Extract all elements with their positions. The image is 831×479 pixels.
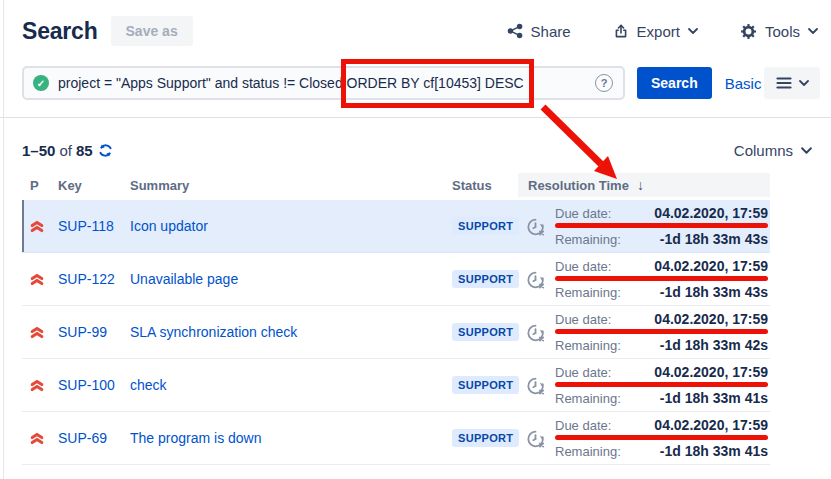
issue-table: P Key Summary Status Resolution Time ↓ S… bbox=[22, 173, 770, 465]
priority-cell bbox=[22, 273, 50, 286]
basic-mode-link[interactable]: Basic bbox=[725, 75, 762, 92]
tools-label: Tools bbox=[765, 23, 800, 40]
jql-orderby-clause: ORDER BY cf[10453] DESC bbox=[347, 75, 524, 91]
syntax-help-icon[interactable]: ? bbox=[595, 74, 613, 92]
table-row[interactable]: SUP-122 Unavailable page SUPPORT Due dat… bbox=[22, 253, 770, 306]
results-bar: 1–50 of 85 Columns bbox=[22, 139, 812, 161]
chevron-down-icon bbox=[801, 147, 812, 154]
search-button[interactable]: Search bbox=[637, 67, 712, 99]
section-divider bbox=[0, 117, 831, 118]
share-icon bbox=[507, 23, 523, 39]
columns-dropdown[interactable]: Columns bbox=[734, 142, 812, 159]
jql-query-text: project = "Apps Support" and status != C… bbox=[58, 75, 524, 91]
annotation-underline bbox=[555, 435, 768, 440]
chevron-down-icon bbox=[799, 80, 809, 86]
issue-summary-link[interactable]: The program is down bbox=[130, 430, 262, 446]
column-header-key[interactable]: Key bbox=[50, 173, 128, 197]
resolution-time-cell: Due date:04.02.2020, 17:59 Remaining:-1d… bbox=[518, 364, 770, 406]
issue-summary-link[interactable]: check bbox=[130, 377, 167, 393]
sla-clock-icon bbox=[524, 215, 547, 238]
view-options-button[interactable] bbox=[764, 67, 820, 99]
chevron-down-icon bbox=[808, 28, 818, 34]
remaining-value: -1d 18h 33m 41s bbox=[660, 390, 768, 406]
results-total: 85 bbox=[76, 142, 93, 159]
tools-button[interactable]: Tools bbox=[740, 23, 818, 40]
issue-summary-link[interactable]: SLA synchronization check bbox=[130, 324, 297, 340]
issue-key-link[interactable]: SUP-69 bbox=[58, 430, 107, 446]
share-button[interactable]: Share bbox=[507, 23, 571, 40]
priority-highest-icon bbox=[30, 273, 44, 286]
table-row[interactable]: SUP-69 The program is down SUPPORT Due d… bbox=[22, 412, 770, 465]
column-header-resolution-time[interactable]: Resolution Time ↓ bbox=[518, 173, 770, 197]
column-header-summary[interactable]: Summary bbox=[128, 173, 448, 197]
issue-summary-link[interactable]: Unavailable page bbox=[130, 271, 238, 287]
issue-summary-link[interactable]: Icon updator bbox=[130, 218, 208, 234]
remaining-label: Remaining: bbox=[555, 444, 621, 459]
jql-valid-icon: ✓ bbox=[33, 75, 49, 91]
priority-highest-icon bbox=[30, 326, 44, 339]
issue-key-link[interactable]: SUP-118 bbox=[58, 218, 114, 234]
sla-clock-icon bbox=[524, 427, 547, 450]
annotation-underline bbox=[555, 276, 768, 281]
export-label: Export bbox=[637, 23, 680, 40]
resolution-time-cell: Due date:04.02.2020, 17:59 Remaining:-1d… bbox=[518, 311, 770, 353]
hamburger-menu-icon bbox=[776, 77, 792, 89]
annotation-underline bbox=[555, 223, 768, 228]
issue-key-link[interactable]: SUP-100 bbox=[58, 377, 115, 393]
priority-cell bbox=[22, 379, 50, 392]
remaining-value: -1d 18h 33m 41s bbox=[660, 443, 768, 459]
due-date-label: Due date: bbox=[555, 418, 611, 433]
table-row[interactable]: SUP-100 check SUPPORT Due date:04.02.202… bbox=[22, 359, 770, 412]
sla-clock-icon bbox=[524, 374, 547, 397]
priority-highest-icon bbox=[30, 379, 44, 392]
jql-query-prefix: project = "Apps Support" and status != C… bbox=[58, 75, 347, 91]
priority-highest-icon bbox=[30, 220, 44, 233]
chevron-down-icon bbox=[688, 28, 698, 34]
status-badge: SUPPORT bbox=[452, 429, 519, 447]
resolution-time-cell: Due date:04.02.2020, 17:59 Remaining:-1d… bbox=[518, 417, 770, 459]
column-header-status[interactable]: Status bbox=[448, 173, 518, 197]
due-date-value: 04.02.2020, 17:59 bbox=[654, 311, 768, 327]
status-badge: SUPPORT bbox=[452, 323, 519, 341]
remaining-label: Remaining: bbox=[555, 232, 621, 247]
remaining-value: -1d 18h 33m 43s bbox=[660, 284, 768, 300]
priority-highest-icon bbox=[30, 432, 44, 445]
sort-descending-icon: ↓ bbox=[637, 177, 644, 193]
due-date-value: 04.02.2020, 17:59 bbox=[654, 364, 768, 380]
export-button[interactable]: Export bbox=[613, 23, 698, 40]
share-label: Share bbox=[531, 23, 571, 40]
issue-key-link[interactable]: SUP-99 bbox=[58, 324, 107, 340]
due-date-label: Due date: bbox=[555, 312, 611, 327]
remaining-label: Remaining: bbox=[555, 338, 621, 353]
remaining-value: -1d 18h 33m 42s bbox=[660, 337, 768, 353]
page-title: Search bbox=[22, 18, 98, 45]
export-icon bbox=[613, 23, 629, 39]
due-date-value: 04.02.2020, 17:59 bbox=[654, 417, 768, 433]
remaining-label: Remaining: bbox=[555, 391, 621, 406]
remaining-label: Remaining: bbox=[555, 285, 621, 300]
table-row[interactable]: SUP-118 Icon updator SUPPORT Due date:04… bbox=[22, 200, 770, 253]
refresh-icon[interactable] bbox=[98, 143, 113, 158]
status-badge: SUPPORT bbox=[452, 270, 519, 288]
table-row[interactable]: SUP-99 SLA synchronization check SUPPORT… bbox=[22, 306, 770, 359]
annotation-underline bbox=[555, 382, 768, 387]
results-count: 1–50 of 85 bbox=[22, 142, 113, 159]
save-as-button[interactable]: Save as bbox=[111, 16, 193, 46]
issue-key-link[interactable]: SUP-122 bbox=[58, 271, 115, 287]
annotation-underline bbox=[555, 329, 768, 334]
header-actions: Share Export Tools bbox=[507, 23, 818, 40]
results-range: 1–50 bbox=[22, 142, 55, 159]
jql-query-input[interactable]: ✓ project = "Apps Support" and status !=… bbox=[22, 66, 625, 100]
status-badge: SUPPORT bbox=[452, 376, 519, 394]
results-of-label: of bbox=[59, 142, 72, 159]
due-date-value: 04.02.2020, 17:59 bbox=[654, 205, 768, 221]
due-date-label: Due date: bbox=[555, 365, 611, 380]
resolution-time-cell: Due date:04.02.2020, 17:59 Remaining:-1d… bbox=[518, 258, 770, 300]
columns-label: Columns bbox=[734, 142, 793, 159]
status-badge: SUPPORT bbox=[452, 217, 519, 235]
priority-cell bbox=[22, 220, 50, 233]
due-date-label: Due date: bbox=[555, 259, 611, 274]
resolution-time-cell: Due date:04.02.2020, 17:59 Remaining:-1d… bbox=[518, 205, 770, 247]
due-date-value: 04.02.2020, 17:59 bbox=[654, 258, 768, 274]
column-header-priority[interactable]: P bbox=[22, 173, 50, 197]
